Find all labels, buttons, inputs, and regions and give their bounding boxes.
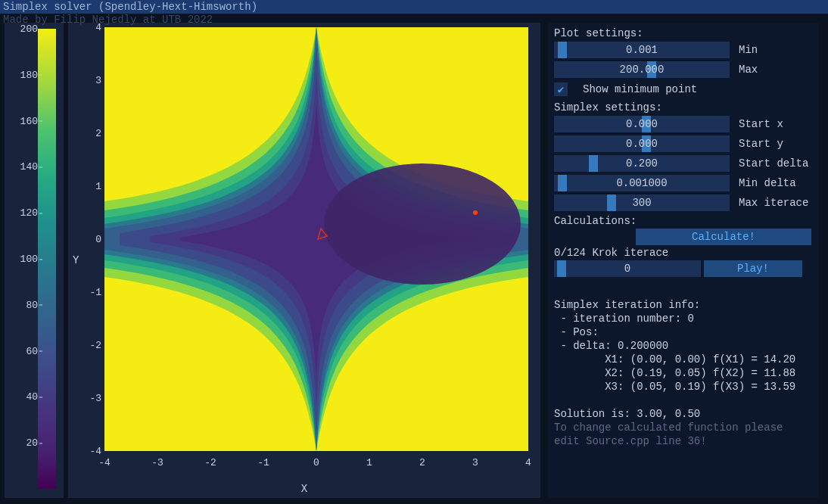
plot-area[interactable] xyxy=(104,27,528,451)
y-tick: -3 xyxy=(86,393,101,404)
colorbar-tick: 60 xyxy=(8,345,38,356)
y-tick: 3 xyxy=(86,75,101,86)
step-thumb[interactable] xyxy=(557,260,566,277)
start-delta-slider[interactable]: 0.200 xyxy=(554,155,730,172)
plot-settings-label: Plot settings: xyxy=(554,27,813,39)
colorbar-tick: 140 xyxy=(8,161,38,173)
colorbar-tick: 40 xyxy=(8,391,38,403)
colorbar-tick: 20 xyxy=(8,437,38,449)
start-x-slider[interactable]: 0.000 xyxy=(554,116,730,132)
min-slider[interactable]: 0.001 xyxy=(554,42,730,58)
max-iter-label: Max iterace xyxy=(739,197,813,209)
colorbar-tick: 80 xyxy=(8,299,38,310)
max-slider-thumb[interactable] xyxy=(647,61,656,78)
title-bar: Simplex solver (Spendley-Hext-Himsworth) xyxy=(0,0,828,14)
min-label: Min xyxy=(739,44,813,56)
calculations-label: Calculations: xyxy=(554,215,813,227)
min-delta-thumb[interactable] xyxy=(558,175,567,191)
controls-panel: Plot settings: 0.001 Min 200.000 Max ✔ S… xyxy=(548,23,819,498)
step-slider[interactable]: 0 xyxy=(554,260,701,277)
y-axis-label: Y xyxy=(73,254,79,266)
max-label: Max xyxy=(739,64,813,76)
start-delta-thumb[interactable] xyxy=(589,155,598,172)
start-y-slider[interactable]: 0.000 xyxy=(554,135,730,152)
min-delta-slider[interactable]: 0.001000 xyxy=(554,175,730,191)
svg-point-1 xyxy=(324,163,521,285)
start-y-label: Start y xyxy=(739,138,813,150)
x-tick: 0 xyxy=(313,457,319,468)
start-x-label: Start x xyxy=(739,118,813,130)
x-tick: -1 xyxy=(257,457,269,468)
x-tick: 2 xyxy=(419,457,425,468)
simplex-settings-label: Simplex settings: xyxy=(554,101,813,114)
colorbar-tick: 100 xyxy=(8,254,38,265)
subtitle: Made by Filip Nejedly at UTB 2022 xyxy=(3,14,213,26)
simplex-triangle xyxy=(313,226,332,244)
colorbar-tick: 160 xyxy=(8,115,38,126)
calculate-button[interactable]: Calculate! xyxy=(636,229,811,245)
start-y-thumb[interactable] xyxy=(642,135,651,152)
x-tick: 3 xyxy=(472,457,478,468)
x-tick: -2 xyxy=(204,457,216,468)
max-slider[interactable]: 200.000 xyxy=(554,61,730,78)
y-tick: -2 xyxy=(86,340,101,351)
show-min-label: Show minimum point xyxy=(583,83,697,95)
min-delta-label: Min delta xyxy=(739,177,813,189)
x-tick: 4 xyxy=(525,457,531,468)
colorbar-tick: 120 xyxy=(8,207,38,219)
plot-panel: -4-3-2-101234 -4-3-2-101234 X Y xyxy=(68,23,540,498)
show-min-checkbox[interactable]: ✔ xyxy=(554,82,568,96)
x-tick: -4 xyxy=(98,457,111,468)
x-tick: -3 xyxy=(151,457,163,468)
colorbar-tick: 180 xyxy=(8,69,38,80)
min-slider-thumb[interactable] xyxy=(558,42,567,58)
simplex-info: Simplex iteration info: - iteration numb… xyxy=(554,298,813,448)
app-title: Simplex solver (Spendley-Hext-Himsworth) xyxy=(3,1,257,13)
max-iter-slider[interactable]: 300 xyxy=(554,194,730,211)
solution-point xyxy=(473,210,478,215)
step-status: 0/124 Krok iterace xyxy=(554,247,813,259)
max-iter-thumb[interactable] xyxy=(607,194,616,211)
colorbar-panel: 20018016014012010080604020 xyxy=(5,23,64,498)
start-x-thumb[interactable] xyxy=(642,116,651,132)
svg-marker-2 xyxy=(318,229,327,239)
y-tick: 0 xyxy=(86,234,101,245)
start-delta-label: Start delta xyxy=(739,157,813,170)
x-axis-label: X xyxy=(301,483,307,495)
y-tick: 1 xyxy=(86,181,101,192)
x-tick: 1 xyxy=(366,457,372,468)
check-icon: ✔ xyxy=(558,83,564,96)
y-tick: -4 xyxy=(86,446,101,457)
play-button[interactable]: Play! xyxy=(704,260,802,277)
y-tick: -1 xyxy=(86,287,101,298)
y-tick: 2 xyxy=(86,128,101,139)
